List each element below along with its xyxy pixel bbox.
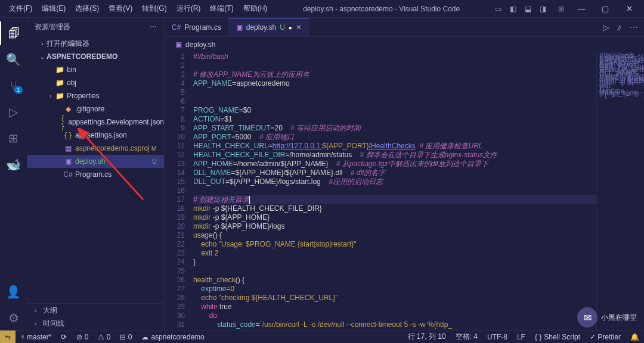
file-icon: { } [60, 114, 66, 130]
line-numbers: 1234567891011121314151617181920212223242… [165, 52, 193, 330]
notifications-icon[interactable]: 🔔 [626, 330, 644, 343]
code-lines[interactable]: #!/bin/bash# 修改APP_NAME为云效上的应用名APP_NAME=… [193, 52, 596, 330]
close-button[interactable]: ✕ [619, 2, 639, 16]
layout-right-icon[interactable]: ◨ [536, 2, 549, 15]
file-icon: ▣ [175, 40, 182, 49]
tree-item[interactable]: { }appsettings.json [27, 129, 164, 142]
git-modified-badge: M [151, 145, 157, 152]
tree-item[interactable]: { }appsettings.Development.json [27, 116, 164, 129]
language-mode[interactable]: { } Shell Script [530, 330, 585, 343]
activity-bar: 🗐 🔍 ⑂1 ▷ ⊞ 🐋 👤 ⚙ [0, 18, 27, 330]
run-icon[interactable]: ▷ [603, 23, 609, 32]
port-count[interactable]: ⊟ 0 [115, 330, 137, 343]
menu-item[interactable]: 查看(V) [104, 1, 137, 16]
file-icon: ▣ [236, 23, 243, 32]
code-editor[interactable]: 1234567891011121314151617181920212223242… [165, 52, 644, 330]
search-icon[interactable]: 🔍 [0, 48, 27, 71]
breadcrumb[interactable]: ▣ deploy.sh [165, 37, 644, 52]
minimap[interactable]: #!/bin/bash# 修改APP_NAME为云效上的应用名APP_NAMEP… [596, 52, 644, 330]
prettier-status[interactable]: ✓ Prettier [585, 330, 626, 343]
maximize-button[interactable]: ▢ [595, 2, 615, 16]
warnings-count[interactable]: ⚠ 0 [93, 330, 115, 343]
statusbar: ⇋ ⑂ master* ⟳ ⊘ 0 ⚠ 0 ⊟ 0 ☁ aspnetcorede… [0, 330, 644, 343]
settings-icon[interactable]: ⚙ [0, 306, 27, 330]
git-branch[interactable]: ⑂ master* [16, 330, 56, 343]
sidebar-header: 资源管理器 ⋯ [27, 18, 164, 36]
file-icon: 📁 [55, 92, 64, 100]
layout-icon[interactable]: ▭ [491, 2, 504, 15]
menu-item[interactable]: 选择(S) [71, 1, 103, 16]
menu-item[interactable]: 转到(G) [138, 1, 171, 16]
editor-group: C#Program.cs▣deploy.shU●✕▷⫽⋯ ▣ deploy.sh… [165, 18, 644, 330]
scm-icon[interactable]: ⑂1 [0, 74, 27, 98]
encoding[interactable]: UTF-8 [482, 330, 512, 343]
file-icon: ▦ [63, 144, 73, 152]
split-icon[interactable]: ⫽ [615, 23, 624, 32]
menubar: 文件(F)编辑(E)选择(S)查看(V)转到(G)运行(R)终端(T)帮助(H) [5, 1, 271, 16]
remote-indicator[interactable]: ⇋ [0, 330, 16, 343]
sidebar-title: 资源管理器 [35, 22, 70, 32]
menu-item[interactable]: 运行(R) [172, 1, 205, 16]
explorer-icon[interactable]: 🗐 [0, 21, 27, 45]
git-untracked-badge: U [152, 158, 157, 165]
tree-item[interactable]: ◆.gitignore [27, 102, 164, 116]
editor-tabs: C#Program.cs▣deploy.shU●✕▷⫽⋯ [165, 18, 644, 37]
minimize-button[interactable]: — [571, 2, 592, 16]
wechat-icon: ✉ [577, 307, 597, 328]
watermark: ✉ 小黑在哪里 [577, 307, 637, 328]
menu-item[interactable]: 编辑(E) [38, 1, 70, 16]
project-name[interactable]: ☁ aspnetcoredemo [137, 330, 209, 343]
editor-tab[interactable]: ▣deploy.shU●✕ [229, 18, 309, 36]
tree-item[interactable]: ▦aspnetcoredemo.csprojM [27, 142, 164, 155]
file-icon: { } [63, 131, 73, 139]
file-icon: ▣ [63, 157, 73, 166]
menu-item[interactable]: 帮助(H) [239, 1, 272, 16]
file-icon: 📁 [55, 79, 64, 87]
open-editors-section[interactable]: ›打开的编辑器 [27, 37, 164, 50]
root-folder[interactable]: ⌄ASPNETCOREDEMO [27, 50, 164, 63]
sidebar: 资源管理器 ⋯ ›打开的编辑器 ⌄ASPNETCOREDEMO 📁bin📁obj… [27, 18, 165, 330]
file-icon: C# [63, 170, 73, 179]
window-title: deploy.sh - aspnetcoredemo - Visual Stud… [271, 5, 491, 13]
more-icon[interactable]: ⋯ [150, 23, 157, 31]
file-icon: 📁 [55, 66, 64, 74]
layout-grid-icon[interactable]: ⊞ [555, 2, 568, 15]
outline-section[interactable]: ›大纲 [27, 304, 164, 317]
menu-item[interactable]: 文件(F) [5, 1, 36, 16]
docker-icon[interactable]: 🐋 [0, 152, 27, 176]
more-icon[interactable]: ⋯ [630, 23, 638, 32]
close-tab-icon[interactable]: ✕ [296, 23, 302, 32]
timeline-section[interactable]: ›时间线 [27, 317, 164, 330]
account-icon[interactable]: 👤 [0, 280, 27, 304]
dirty-indicator: ● [289, 24, 292, 31]
errors-count[interactable]: ⊘ 0 [72, 330, 93, 343]
layout-left-icon[interactable]: ◧ [506, 2, 519, 15]
sync-button[interactable]: ⟳ [56, 330, 72, 343]
layout-bottom-icon[interactable]: ⬓ [521, 2, 534, 15]
scm-badge: 1 [14, 86, 23, 94]
indentation[interactable]: 空格: 4 [451, 330, 482, 343]
cursor-position[interactable]: 行 17, 列 10 [403, 330, 451, 343]
extensions-icon[interactable]: ⊞ [0, 126, 27, 150]
tree-item[interactable]: C#Program.cs [27, 168, 164, 181]
tree-item[interactable]: ›📁Properties [27, 89, 164, 102]
tree-item[interactable]: 📁bin [27, 63, 164, 76]
menu-item[interactable]: 终端(T) [206, 1, 237, 16]
eol[interactable]: LF [512, 330, 530, 343]
editor-tab[interactable]: C#Program.cs [165, 18, 229, 36]
debug-icon[interactable]: ▷ [0, 100, 27, 124]
titlebar: 文件(F)编辑(E)选择(S)查看(V)转到(G)运行(R)终端(T)帮助(H)… [0, 0, 644, 18]
file-icon: C# [172, 23, 181, 32]
tree-item[interactable]: ▣deploy.shU [27, 155, 164, 168]
file-icon: ◆ [63, 105, 73, 113]
tree-item[interactable]: 📁obj [27, 76, 164, 89]
file-tree: ›打开的编辑器 ⌄ASPNETCOREDEMO 📁bin📁obj›📁Proper… [27, 36, 164, 303]
